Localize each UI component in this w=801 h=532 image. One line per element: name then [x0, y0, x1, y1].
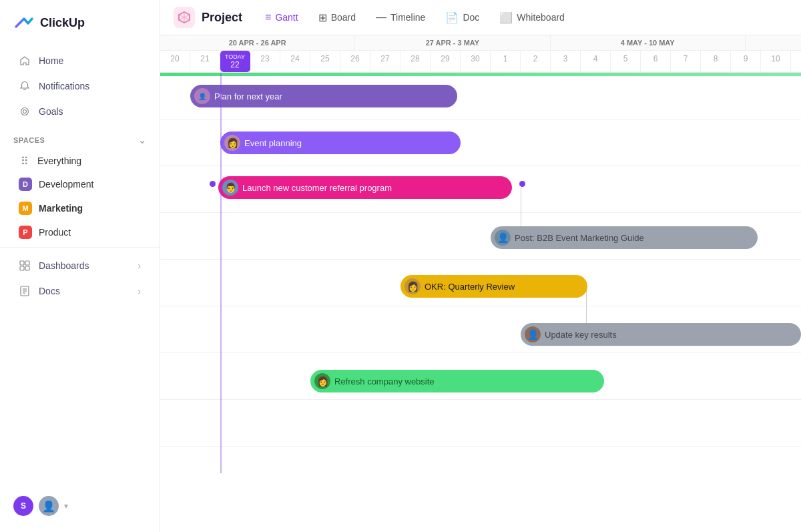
sidebar-item-marketing[interactable]: M Marketing	[5, 196, 154, 220]
spaces-header: Spaces ⌄	[0, 127, 160, 150]
week-label-4	[746, 35, 801, 50]
tab-doc[interactable]: 📄 Doc	[437, 7, 487, 28]
day-30: 30	[461, 51, 491, 72]
docs-icon	[19, 285, 31, 297]
dashboards-arrow: ›	[138, 260, 141, 271]
day-28: 28	[400, 51, 431, 72]
tab-doc-label: Doc	[463, 12, 479, 23]
day-25: 25	[310, 51, 340, 72]
avatar-user1[interactable]: S	[13, 496, 33, 516]
main-nav: Home Notifications Goals	[0, 45, 160, 127]
tab-whiteboard-label: Whiteboard	[517, 12, 565, 23]
goals-label: Goals	[39, 106, 63, 117]
gantt-body: 👤 Plan for next year 👩 Event planning 👨 …	[160, 73, 801, 473]
svg-rect-5	[25, 266, 29, 270]
tab-gantt-label: Gantt	[275, 12, 298, 23]
day-27: 27	[370, 51, 400, 72]
board-icon: ⊞	[318, 11, 327, 24]
sidebar-sections: Dashboards › Docs ›	[0, 247, 160, 309]
day-11: 11	[791, 51, 801, 72]
sidebar-item-home[interactable]: Home	[5, 48, 154, 73]
task-update-results[interactable]: 👤 Update key results	[521, 323, 801, 346]
progress-bar	[160, 73, 801, 76]
week-label-3: 4 MAY - 10 MAY	[551, 35, 746, 50]
day-6: 6	[641, 51, 671, 72]
gantt-header: 20 APR - 26 APR 27 APR - 3 MAY 4 MAY - 1…	[160, 35, 801, 73]
sidebar-item-goals[interactable]: Goals	[5, 99, 154, 124]
day-26: 26	[340, 51, 370, 72]
topbar: Project ≡ Gantt ⊞ Board — Timeline 📄 Doc…	[160, 0, 801, 35]
week-label-1: 20 APR - 26 APR	[160, 35, 355, 50]
avatar-user2[interactable]: 👤	[39, 496, 59, 516]
marketing-badge: M	[19, 202, 32, 215]
dashboards-icon	[19, 260, 31, 272]
task-label-okr: OKR: Quarterly Review	[425, 282, 515, 292]
day-29: 29	[431, 51, 461, 72]
project-icon	[174, 7, 195, 28]
task-event-planning[interactable]: 👩 Event planning	[220, 131, 461, 154]
task-label-refresh: Refresh company website	[334, 376, 435, 386]
tab-board-label: Board	[331, 12, 356, 23]
task-avatar-3: 👨	[222, 180, 238, 196]
spaces-list: ⠿ Everything D Development M Marketing P…	[0, 150, 160, 244]
development-label: Development	[39, 179, 94, 190]
tab-whiteboard[interactable]: ⬜ Whiteboard	[491, 7, 573, 28]
task-label-event: Event planning	[244, 138, 302, 148]
tab-timeline[interactable]: — Timeline	[368, 7, 433, 27]
day-8: 8	[701, 51, 731, 72]
tab-timeline-label: Timeline	[390, 12, 425, 23]
day-22-today: TODAY 22	[220, 51, 250, 72]
sidebar-item-product[interactable]: P Product	[5, 220, 154, 244]
logo: ClickUp	[0, 0, 160, 45]
svg-point-1	[23, 110, 27, 113]
docs-arrow: ›	[138, 286, 141, 296]
sidebar-item-docs[interactable]: Docs ›	[5, 278, 154, 304]
svg-point-0	[21, 108, 29, 115]
tab-gantt[interactable]: ≡ Gantt	[257, 7, 306, 27]
task-label-referral: Launch new customer referral program	[242, 183, 392, 193]
spaces-chevron[interactable]: ⌄	[138, 135, 147, 146]
day-7: 7	[671, 51, 701, 72]
svg-rect-4	[20, 266, 24, 270]
day-numbers-row: 20 21 TODAY 22 23 24 25 26 27 28 29 30 1…	[160, 51, 801, 72]
day-23: 23	[250, 51, 280, 72]
task-avatar-7: 👩	[314, 373, 330, 389]
gantt-chart[interactable]: 20 APR - 26 APR 27 APR - 3 MAY 4 MAY - 1…	[160, 35, 801, 532]
everything-label: Everything	[37, 156, 81, 166]
task-plan-next-year[interactable]: 👤 Plan for next year	[190, 85, 457, 107]
today-vertical-line	[220, 73, 222, 473]
product-label: Product	[39, 227, 71, 238]
sidebar-item-notifications[interactable]: Notifications	[5, 73, 154, 99]
bell-icon	[19, 80, 31, 92]
product-badge: P	[19, 226, 32, 239]
app-name: ClickUp	[40, 16, 85, 30]
tab-board[interactable]: ⊞ Board	[310, 7, 364, 28]
svg-rect-2	[20, 261, 24, 265]
whiteboard-icon: ⬜	[499, 11, 513, 24]
task-dot-right	[519, 181, 525, 187]
sidebar-item-dashboards[interactable]: Dashboards ›	[5, 253, 154, 278]
sidebar-item-everything[interactable]: ⠿ Everything	[5, 150, 154, 172]
sidebar-item-development[interactable]: D Development	[5, 172, 154, 196]
sidebar-bottom: S 👤 ▾	[0, 488, 160, 524]
task-avatar-2: 👩	[224, 135, 240, 151]
day-24: 24	[280, 51, 310, 72]
sidebar: ClickUp Home Notifications Goals Spaces …	[0, 0, 160, 532]
task-launch-referral[interactable]: 👨 Launch new customer referral program	[218, 176, 512, 199]
task-okr[interactable]: 👩 OKR: Quarterly Review	[400, 275, 587, 298]
task-label-plan: Plan for next year	[214, 91, 282, 101]
dashboards-label: Dashboards	[39, 260, 89, 271]
day-3: 3	[551, 51, 581, 72]
today-num: 22	[230, 60, 239, 69]
task-b2b-guide[interactable]: 👤 Post: B2B Event Marketing Guide	[491, 226, 758, 249]
day-1: 1	[491, 51, 521, 72]
task-avatar-1: 👤	[194, 88, 210, 104]
home-icon	[19, 55, 31, 67]
task-refresh-website[interactable]: 👩 Refresh company website	[310, 370, 604, 392]
development-badge: D	[19, 178, 32, 191]
day-9: 9	[731, 51, 761, 72]
marketing-label: Marketing	[39, 203, 83, 214]
user-chevron[interactable]: ▾	[64, 501, 68, 511]
everything-icon: ⠿	[19, 155, 31, 167]
task-label-update: Update key results	[545, 330, 617, 340]
